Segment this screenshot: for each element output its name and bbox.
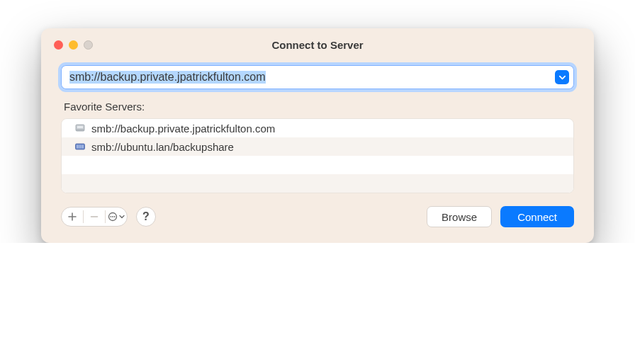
chevron-down-icon [558, 74, 566, 81]
traffic-lights [41, 40, 93, 50]
chevron-down-icon [119, 214, 125, 220]
svg-rect-1 [76, 130, 84, 132]
favorite-servers-label: Favorite Servers: [64, 101, 571, 113]
plus-icon [68, 212, 77, 221]
recent-servers-dropdown-button[interactable] [555, 70, 569, 84]
question-mark-icon: ? [142, 210, 150, 223]
minus-icon [90, 212, 99, 221]
svg-point-8 [111, 216, 112, 217]
close-window-button[interactable] [54, 40, 63, 50]
svg-point-10 [114, 216, 116, 217]
svg-rect-2 [77, 126, 83, 128]
server-address-input[interactable] [61, 65, 574, 89]
svg-rect-6 [82, 145, 84, 149]
browse-button[interactable]: Browse [427, 206, 492, 227]
svg-rect-5 [79, 145, 82, 149]
favorite-server-url: smb://backup.private.jpatrickfulton.com [91, 123, 275, 135]
svg-rect-4 [77, 145, 79, 149]
server-icon [74, 141, 86, 152]
more-actions-button[interactable] [106, 207, 127, 226]
window-title: Connect to Server [41, 39, 594, 51]
favorite-server-empty-row [62, 156, 573, 174]
add-favorite-button[interactable] [62, 207, 83, 226]
connect-to-server-window: Connect to Server Favorite Servers: smb:… [41, 28, 594, 243]
favorite-server-url: smb://ubuntu.lan/backupshare [91, 141, 234, 153]
list-actions-group [61, 207, 128, 227]
window-content: Favorite Servers: smb://backup.private.j… [41, 61, 594, 243]
titlebar: Connect to Server [41, 28, 594, 61]
favorite-server-empty-row [62, 174, 573, 193]
svg-point-9 [112, 216, 113, 217]
server-address-row [61, 65, 574, 89]
favorite-servers-list: smb://backup.private.jpatrickfulton.com … [61, 118, 574, 193]
drive-icon [74, 123, 86, 134]
footer-row: ? Browse Connect [61, 206, 574, 227]
remove-favorite-button[interactable] [84, 207, 105, 226]
help-button[interactable]: ? [136, 207, 156, 227]
favorite-server-item[interactable]: smb://backup.private.jpatrickfulton.com [62, 119, 573, 137]
zoom-window-button [84, 40, 93, 50]
favorite-server-item[interactable]: smb://ubuntu.lan/backupshare [62, 137, 573, 156]
ellipsis-circle-icon [108, 212, 118, 222]
minimize-window-button[interactable] [69, 40, 78, 50]
connect-button[interactable]: Connect [500, 206, 574, 227]
